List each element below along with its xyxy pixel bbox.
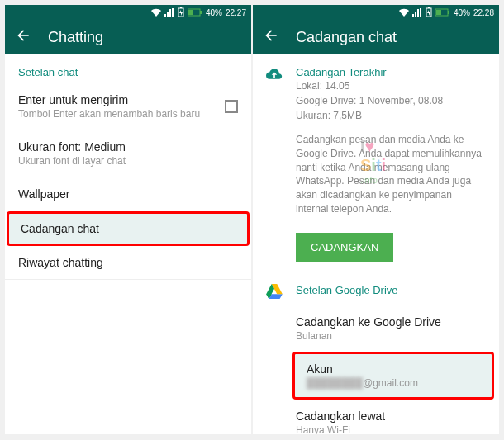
drive-section-label: Setelan Google Drive (296, 284, 486, 296)
battery-charging-icon (426, 7, 432, 17)
statusbar: 40% 22.28 (253, 5, 499, 20)
backup-button[interactable]: CADANGKAN (296, 233, 393, 262)
drive-section-row: Setelan Google Drive (253, 272, 499, 305)
signal-icon (412, 8, 422, 17)
last-backup-label: Cadangan Terakhir (296, 66, 486, 78)
item-enter-send[interactable]: Enter untuk mengirim Tombol Enter akan m… (5, 83, 251, 130)
battery-icon (188, 8, 202, 17)
item-chat-history[interactable]: Riwayat chatting (5, 246, 251, 280)
item-title: Cadangan chat (21, 222, 235, 235)
svg-rect-1 (180, 7, 182, 8)
phone-left: 40% 22.27 Chatting Setelan chat Enter un… (5, 5, 251, 434)
item-wallpaper[interactable]: Wallpaper (5, 177, 251, 211)
statusbar: 40% 22.27 (5, 5, 251, 20)
battery-percent: 40% (206, 8, 222, 17)
signal-icon (164, 8, 174, 17)
item-subtitle: Ukuran font di layar chat (18, 155, 238, 167)
item-subtitle: Hanya Wi-Fi (296, 424, 486, 434)
backup-local: Lokal: 14.05 (296, 78, 486, 93)
item-title: Riwayat chatting (18, 256, 238, 269)
content: Cadangan Terakhir Lokal: 14.05 Google Dr… (253, 54, 499, 434)
item-subtitle: Bulanan (296, 330, 486, 342)
item-title: Wallpaper (18, 187, 238, 201)
phone-right: 40% 22.28 Cadangan chat Cadangan Terakhi… (253, 5, 499, 434)
last-backup-row: Cadangan Terakhir Lokal: 14.05 Google Dr… (253, 54, 499, 126)
svg-rect-8 (436, 10, 441, 15)
item-backup-via[interactable]: Cadangkan lewat Hanya Wi-Fi (253, 400, 499, 434)
status-time: 22.27 (226, 8, 246, 17)
item-subtitle: ████████@gmail.com (307, 377, 480, 389)
item-font-size[interactable]: Ukuran font: Medium Ukuran font di layar… (5, 130, 251, 177)
battery-icon (435, 8, 450, 17)
item-title: Ukuran font: Medium (18, 140, 238, 154)
item-title: Cadangkan lewat (296, 409, 486, 423)
backup-description: Cadangkan pesan dan media Anda ke Google… (253, 126, 499, 223)
svg-rect-6 (428, 7, 430, 8)
svg-rect-3 (188, 10, 193, 15)
page-title: Cadangan chat (296, 29, 397, 46)
battery-percent: 40% (454, 8, 470, 17)
wifi-icon (399, 8, 409, 17)
back-icon[interactable] (263, 27, 279, 47)
item-title: Cadangkan ke Google Drive (296, 315, 486, 329)
wifi-icon (151, 8, 161, 17)
checkbox-icon[interactable] (225, 100, 238, 113)
battery-charging-icon (178, 7, 184, 17)
section-label: Setelan chat (5, 54, 251, 83)
svg-rect-4 (200, 11, 202, 14)
backup-size: Ukuran: 7,5MB (296, 108, 486, 123)
page-title: Chatting (48, 29, 103, 46)
backup-drive: Google Drive: 1 November, 08.08 (296, 93, 486, 108)
back-icon[interactable] (15, 27, 31, 47)
item-title: Akun (307, 362, 480, 376)
item-backup-chat[interactable]: Cadangan chat (7, 211, 250, 246)
item-account[interactable]: Akun ████████@gmail.com (292, 352, 494, 400)
item-subtitle: Tombol Enter akan menambah baris baru (18, 108, 238, 120)
header: Chatting (5, 20, 251, 54)
header: Cadangan chat (253, 20, 499, 54)
google-drive-icon (266, 284, 283, 302)
item-title: Enter untuk mengirim (18, 93, 238, 106)
cloud-upload-icon (266, 66, 283, 86)
svg-rect-9 (448, 11, 449, 14)
status-time: 22.28 (473, 8, 494, 17)
content: Setelan chat Enter untuk mengirim Tombol… (5, 54, 251, 434)
item-backup-frequency[interactable]: Cadangkan ke Google Drive Bulanan (253, 305, 499, 352)
